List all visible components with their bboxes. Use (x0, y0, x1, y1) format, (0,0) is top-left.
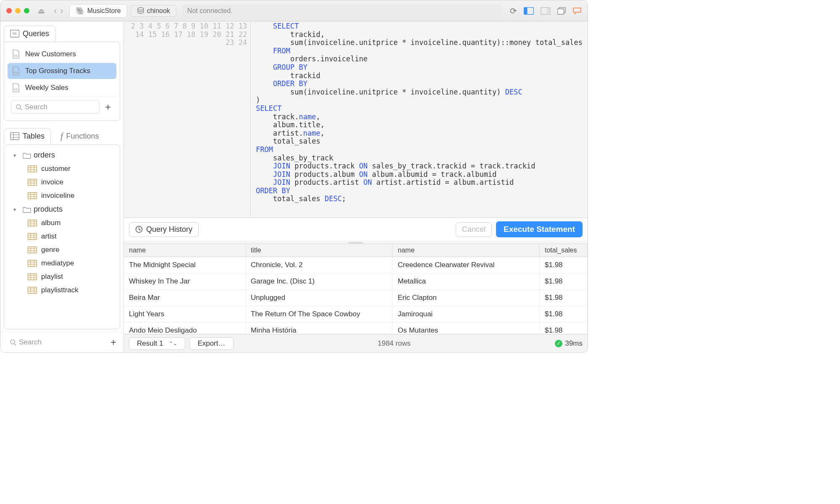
functions-tab[interactable]: f Functions (54, 128, 105, 144)
titlebar: ⏏ ‹ › 🐘 MusicStore chinook Not connected… (0, 0, 588, 21)
svg-rect-43 (28, 247, 37, 253)
result-select[interactable]: Result 1 ⌃⌄ (129, 337, 185, 350)
svg-rect-33 (28, 220, 37, 226)
result-row[interactable]: Beira MarUnpluggedEric Clapton$1.98 (124, 290, 588, 306)
svg-rect-58 (28, 287, 37, 294)
folder-icon (23, 152, 31, 159)
table-row[interactable]: customer (6, 162, 118, 176)
result-cell: $1.98 (540, 306, 588, 322)
table-row[interactable]: playlisttrack (6, 284, 118, 297)
svg-point-12 (16, 105, 21, 109)
breadcrumb-host[interactable]: 🐘 MusicStore (69, 4, 127, 18)
sidebar-query-item[interactable]: SQLNew Customers (8, 46, 116, 62)
execute-button[interactable]: Execute Statement (496, 221, 583, 237)
results-grid: nametitlenametotal_sales The Midnight Sp… (124, 244, 588, 334)
reload-icon[interactable]: ⟳ (510, 6, 517, 16)
table-row[interactable]: mediatype (6, 257, 118, 270)
svg-text:SQL: SQL (14, 71, 18, 74)
table-row[interactable]: artist (6, 230, 118, 243)
tables-tab-icon (10, 132, 19, 141)
result-cell: Ando Meio Desligado (124, 323, 246, 334)
export-button[interactable]: Export… (189, 337, 233, 350)
result-cell: Metallica (393, 273, 540, 289)
svg-line-13 (20, 108, 22, 110)
table-row[interactable]: invoiceline (6, 189, 118, 202)
column-header[interactable]: total_sales (540, 244, 588, 257)
zoom-window-button[interactable] (24, 8, 29, 13)
result-cell: Minha História (246, 323, 393, 334)
query-item-label: Weekly Sales (25, 84, 68, 92)
sidebar-query-item[interactable]: SQLTop Grossing Tracks (8, 63, 116, 79)
breadcrumb-db[interactable]: chinook (131, 5, 176, 17)
table-icon (28, 165, 37, 172)
svg-point-0 (138, 8, 144, 10)
table-label: mediatype (41, 259, 74, 268)
query-status: ✓ 39ms (555, 339, 583, 348)
table-icon (28, 179, 37, 186)
svg-point-63 (10, 340, 15, 344)
queries-tab[interactable]: SQL Queries (4, 26, 55, 42)
svg-rect-23 (28, 179, 37, 186)
schema-row[interactable]: ▾ orders (6, 148, 118, 162)
connection-status-bar[interactable]: Not connected. (182, 4, 501, 18)
query-history-button[interactable]: Query History (129, 222, 199, 237)
nav-forward-button[interactable]: › (60, 5, 63, 16)
queries-tab-label: Queries (23, 29, 49, 38)
queries-search-placeholder: Search (25, 103, 47, 111)
queries-search-input[interactable]: Search (11, 100, 100, 114)
folder-icon (23, 206, 31, 213)
table-row[interactable]: album (6, 216, 118, 230)
svg-text:SQL: SQL (12, 32, 18, 35)
table-label: invoice (41, 178, 63, 186)
chat-icon[interactable] (572, 7, 582, 15)
svg-rect-48 (28, 260, 37, 267)
tables-search-placeholder: Search (19, 338, 42, 346)
sql-editor[interactable]: 2 3 4 5 6 7 8 9 10 11 12 13 14 15 16 17 … (124, 21, 588, 218)
tables-search-input[interactable]: Search (5, 336, 105, 349)
result-row[interactable]: The Midnight SpecialChronicle, Vol. 2Cre… (124, 257, 588, 273)
eject-icon[interactable]: ⏏ (37, 7, 45, 15)
schema-label: products (34, 205, 63, 214)
table-row[interactable]: genre (6, 243, 118, 257)
cancel-button[interactable]: Cancel (456, 222, 492, 237)
table-row[interactable]: playlist (6, 270, 118, 284)
svg-text:SQL: SQL (14, 54, 18, 57)
sql-code[interactable]: SELECT trackid, sum(invoiceline.unitpric… (251, 21, 588, 218)
panel-left-icon[interactable] (524, 7, 534, 15)
chevron-down-icon: ▾ (13, 207, 20, 213)
statusbar: Result 1 ⌃⌄ Export… 1984 rows ✓ 39ms (124, 334, 588, 352)
row-count-label: 1984 rows (238, 339, 551, 348)
result-row[interactable]: Light YearsThe Return Of The Space Cowbo… (124, 306, 588, 323)
svg-rect-14 (10, 132, 19, 139)
window-controls (6, 8, 29, 13)
execute-label: Execute Statement (504, 225, 575, 234)
search-icon (16, 104, 22, 110)
table-row[interactable]: invoice (6, 176, 118, 189)
sidebar-query-item[interactable]: SQLWeekly Sales (8, 80, 116, 96)
result-cell: Light Years (124, 306, 246, 322)
sql-file-icon: SQL (12, 83, 21, 92)
tables-tab[interactable]: Tables (4, 128, 51, 144)
add-query-button[interactable]: + (103, 101, 113, 113)
result-row[interactable]: Ando Meio DesligadoMinha HistóriaOs Muta… (124, 323, 588, 334)
panel-right-icon[interactable] (541, 7, 551, 15)
titlebar-right: ⟳ (510, 6, 582, 16)
add-table-button[interactable]: + (108, 336, 118, 348)
column-header[interactable]: name (393, 244, 540, 257)
svg-text:SQL: SQL (14, 88, 18, 91)
database-icon (137, 7, 144, 15)
nav-back-button[interactable]: ‹ (54, 5, 57, 16)
table-icon (28, 192, 37, 199)
breadcrumb-host-label: MusicStore (87, 7, 121, 15)
column-header[interactable]: title (246, 244, 393, 257)
queries-panel: SQLNew CustomersSQLTop Grossing TracksSQ… (4, 42, 120, 121)
windows-icon[interactable] (557, 7, 566, 15)
result-row[interactable]: Whiskey In The JarGarage Inc. (Disc 1)Me… (124, 273, 588, 290)
minimize-window-button[interactable] (15, 8, 21, 13)
column-header[interactable]: name (124, 244, 246, 257)
schema-row[interactable]: ▾ products (6, 202, 118, 216)
sql-tab-icon: SQL (10, 30, 19, 38)
close-window-button[interactable] (6, 8, 12, 13)
split-handle[interactable] (124, 241, 588, 244)
results-body[interactable]: The Midnight SpecialChronicle, Vol. 2Cre… (124, 257, 588, 334)
